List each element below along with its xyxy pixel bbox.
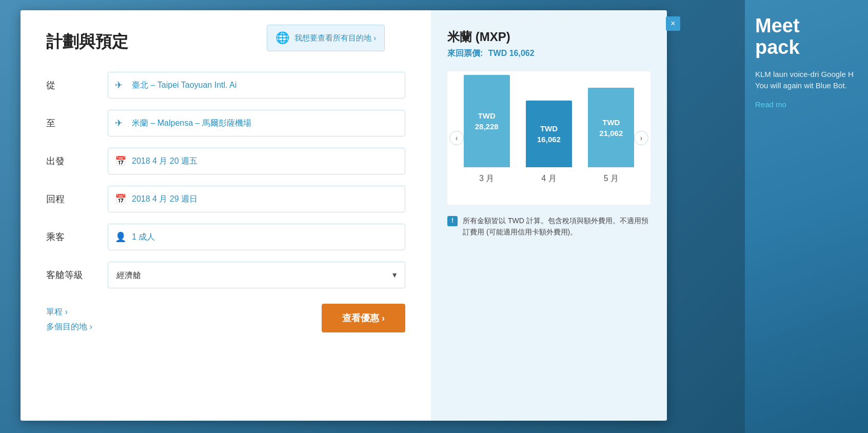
april-label: 4 月 bbox=[541, 173, 556, 184]
globe-icon: 🌐 bbox=[275, 31, 289, 45]
info-icon: ! bbox=[447, 216, 458, 226]
to-input[interactable] bbox=[108, 110, 405, 136]
april-amount: TWD16,062 bbox=[537, 123, 561, 145]
cabin-label: 客艙等級 bbox=[46, 269, 108, 281]
calendar-return-icon: 📅 bbox=[115, 193, 126, 205]
multi-dest-link[interactable]: 多個目的地 › bbox=[46, 322, 92, 332]
chart-bar-may: TWD21,062 5 月 bbox=[588, 88, 634, 184]
price-value: TWD 16,062 bbox=[488, 49, 535, 57]
globe-tooltip-text: 我想要查看所有目的地 › bbox=[294, 33, 376, 43]
chart-prev-button[interactable]: ‹ bbox=[449, 131, 464, 145]
depart-input-wrapper: 📅 bbox=[108, 148, 405, 174]
bar-chart: ‹ TWD28,228 3 月 TWD16,062 4 月 bbox=[447, 71, 650, 205]
passengers-input[interactable] bbox=[108, 224, 405, 250]
return-label: 回程 bbox=[46, 193, 108, 205]
right-panel-body: KLM laun voice-dri Google H You will aga… bbox=[755, 69, 858, 92]
may-label: 5 月 bbox=[604, 173, 619, 184]
passengers-label: 乘客 bbox=[46, 231, 108, 243]
close-button[interactable]: × bbox=[666, 16, 680, 31]
to-row: 至 ✈ bbox=[46, 110, 405, 136]
price-section: 米蘭 (MXP) 來回票價: TWD 16,062 ‹ TWD28,228 3 … bbox=[431, 10, 667, 421]
form-section: 計劃與預定 🌐 我想要查看所有目的地 › 從 ✈ 至 ✈ 出發 � bbox=[21, 10, 431, 421]
right-panel-title: Meet pack bbox=[755, 15, 858, 58]
to-input-wrapper: ✈ bbox=[108, 110, 405, 136]
to-label: 至 bbox=[46, 117, 108, 129]
may-bar: TWD21,062 bbox=[588, 88, 634, 167]
return-row: 回程 📅 bbox=[46, 186, 405, 212]
form-bottom: 單程 › 多個目的地 › 查看優惠 › bbox=[46, 304, 405, 332]
price-note-text: 所有金額皆以 TWD 計算。包含稅項與額外費用。不適用預訂費用 (可能適用信用卡… bbox=[463, 215, 650, 238]
chart-bar-april: TWD16,062 4 月 bbox=[526, 101, 572, 184]
return-input-wrapper: 📅 bbox=[108, 186, 405, 212]
from-label: 從 bbox=[46, 79, 108, 91]
calendar-depart-icon: 📅 bbox=[115, 155, 126, 167]
passengers-input-wrapper: 👤 bbox=[108, 224, 405, 250]
destination-title: 米蘭 (MXP) bbox=[447, 29, 650, 45]
price-note: ! 所有金額皆以 TWD 計算。包含稅項與額外費用。不適用預訂費用 (可能適用信… bbox=[447, 215, 650, 238]
chart-bars: TWD28,228 3 月 TWD16,062 4 月 TWD21,062 bbox=[456, 82, 642, 184]
cabin-select[interactable]: 經濟艙 商務艙 頭等艙 bbox=[108, 262, 405, 288]
read-more-link[interactable]: Read mo bbox=[755, 100, 786, 109]
plane-to-icon: ✈ bbox=[115, 117, 123, 129]
may-amount: TWD21,062 bbox=[599, 117, 623, 139]
globe-tooltip[interactable]: 🌐 我想要查看所有目的地 › bbox=[267, 25, 385, 51]
bottom-links: 單程 › 多個目的地 › bbox=[46, 307, 92, 332]
chart-next-button[interactable]: › bbox=[634, 131, 648, 145]
depart-label: 出發 bbox=[46, 155, 108, 167]
march-label: 3 月 bbox=[479, 173, 494, 184]
main-modal: 計劃與預定 🌐 我想要查看所有目的地 › 從 ✈ 至 ✈ 出發 � bbox=[21, 10, 667, 421]
one-way-link[interactable]: 單程 › bbox=[46, 307, 92, 318]
price-label-text: 來回票價: bbox=[447, 49, 483, 57]
from-row: 從 ✈ bbox=[46, 72, 405, 99]
from-input-wrapper: ✈ bbox=[108, 72, 405, 99]
chart-bar-march: TWD28,228 3 月 bbox=[464, 75, 510, 184]
april-bar: TWD16,062 bbox=[526, 101, 572, 167]
passengers-row: 乘客 👤 bbox=[46, 224, 405, 250]
person-icon: 👤 bbox=[115, 231, 126, 243]
right-panel: Meet pack KLM laun voice-dri Google H Yo… bbox=[745, 0, 868, 433]
cabin-row: 客艙等級 經濟艙 商務艙 頭等艙 ▼ bbox=[46, 262, 405, 288]
return-input[interactable] bbox=[108, 186, 405, 212]
cabin-select-wrapper: 經濟艙 商務艙 頭等艙 ▼ bbox=[108, 262, 405, 288]
price-label: 來回票價: TWD 16,062 bbox=[447, 48, 650, 59]
plane-icon: ✈ bbox=[115, 80, 123, 91]
march-bar: TWD28,228 bbox=[464, 75, 510, 167]
from-input[interactable] bbox=[108, 72, 405, 99]
depart-input[interactable] bbox=[108, 148, 405, 174]
march-amount: TWD28,228 bbox=[475, 110, 499, 132]
depart-row: 出發 📅 bbox=[46, 148, 405, 174]
search-button[interactable]: 查看優惠 › bbox=[322, 304, 405, 332]
